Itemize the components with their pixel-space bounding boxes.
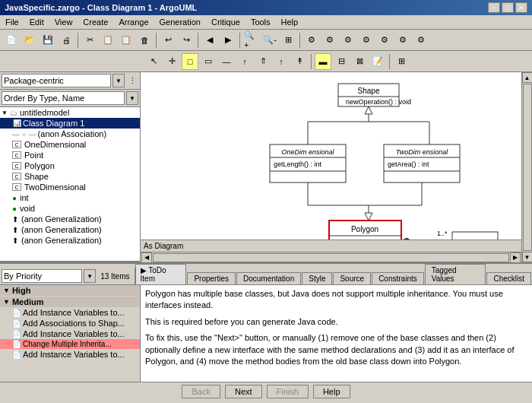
menu-help[interactable]: Help — [279, 17, 301, 27]
todo-item-5[interactable]: 📄Add Instance Variables to... — [0, 349, 140, 360]
h-scroll-thumb[interactable] — [153, 253, 509, 262]
tb-zoom-in[interactable]: 🔍+ — [243, 32, 260, 49]
tab-constraints[interactable]: Constraints — [372, 272, 424, 284]
tree-item-onedim[interactable]: C OneDimensional — [0, 139, 140, 150]
tb-settings1[interactable]: ⚙ — [303, 32, 320, 49]
tb-sep1 — [78, 33, 78, 48]
tb2-line[interactable]: — — [218, 53, 235, 70]
tb-settings7[interactable]: ⚙ — [413, 32, 429, 49]
tree-item-untitledmodel[interactable]: ▼ 🗂 untitledmodel — [0, 107, 140, 118]
tree-item-anon-assoc[interactable]: — ○ — (anon Association) — [0, 129, 140, 139]
menu-view[interactable]: View — [52, 17, 75, 27]
tab-properties[interactable]: Properties — [187, 272, 236, 284]
todo-item-3[interactable]: 📄Add Instance Variables to... — [0, 328, 140, 339]
menu-generation[interactable]: Generation — [157, 17, 203, 27]
tb-forward[interactable]: ▶ — [220, 32, 236, 49]
svg-text:Shape: Shape — [358, 87, 380, 95]
tb-settings3[interactable]: ⚙ — [340, 32, 356, 49]
pkg-nav-btn[interactable]: ⋮ — [126, 74, 138, 87]
close-button[interactable]: ✕ — [515, 2, 527, 13]
tb2-grid[interactable]: ⊞ — [393, 53, 410, 70]
tb2-move[interactable]: ✛ — [163, 53, 180, 70]
tree-item-anon-gen3[interactable]: ⬆ (anon Generalization) — [0, 235, 140, 246]
tb2-arrow-up[interactable]: ↑ — [236, 53, 253, 70]
svg-text:1..*: 1..* — [437, 230, 448, 237]
tab-checklist[interactable]: Checklist — [486, 272, 531, 284]
finish-button[interactable]: Finish — [267, 385, 309, 398]
tb-settings2[interactable]: ⚙ — [321, 32, 338, 49]
tree-item-twodim[interactable]: C TwoDimensional — [0, 182, 140, 192]
package-dropdown-arrow[interactable]: ▼ — [112, 74, 125, 87]
menu-create[interactable]: Create — [81, 17, 110, 27]
tree-item-classdiagram1[interactable]: 📊 Class Diagram 1 — [0, 118, 140, 129]
priority-dropdown-arrow[interactable]: ▼ — [84, 269, 96, 283]
scroll-right-btn[interactable]: ▶ — [510, 252, 521, 263]
menu-arrange[interactable]: Arrange — [116, 17, 150, 27]
tb-paste[interactable]: 📋 — [118, 32, 135, 49]
tb-copy[interactable]: 📋 — [100, 32, 116, 49]
tree-item-int[interactable]: ● int — [0, 192, 140, 203]
menu-edit[interactable]: Edit — [27, 17, 46, 27]
v-scrollbar[interactable]: ▲ ▼ — [521, 72, 532, 262]
tb-delete[interactable]: 🗑 — [136, 32, 153, 49]
menu-critique[interactable]: Critique — [209, 17, 242, 27]
tab-todo[interactable]: ▶ ToDo Item — [135, 264, 187, 284]
help-button[interactable]: Help — [313, 385, 350, 398]
back-button[interactable]: Back — [182, 385, 220, 398]
tb-zoom-out[interactable]: 🔍- — [261, 32, 278, 49]
tree-item-void[interactable]: ● void — [0, 203, 140, 214]
tb2-box1[interactable]: ▬ — [315, 53, 331, 70]
menu-tools[interactable]: Tools — [249, 17, 273, 27]
tb2-arrow3[interactable]: ↑ — [273, 53, 290, 70]
menu-file[interactable]: File — [3, 17, 21, 27]
h-scrollbar[interactable]: ◀ ▶ — [141, 252, 521, 262]
tb-undo[interactable]: ↩ — [160, 32, 176, 49]
tb-settings6[interactable]: ⚙ — [394, 32, 411, 49]
svg-text:TwoDim ensional: TwoDim ensional — [396, 148, 448, 156]
scroll-left-btn[interactable]: ◀ — [141, 252, 152, 263]
tree-item-anon-gen1[interactable]: ⬆ (anon Generalization) — [0, 214, 140, 224]
todo-item-2[interactable]: 📄Add Associations to Shap... — [0, 318, 140, 328]
diagram-canvas[interactable]: Shape newOperation() : void — [141, 72, 521, 240]
todo-list: ▼ High ▼ Medium 📄Add Instance Variables … — [0, 285, 141, 382]
tree-item-point[interactable]: C Point — [0, 150, 140, 160]
tree-item-shape[interactable]: C Shape — [0, 171, 140, 182]
tb-zoom-fit[interactable]: ⊞ — [280, 32, 296, 49]
tree-item-polygon[interactable]: C Polygon — [0, 160, 140, 171]
todo-item-1[interactable]: 📄Add Instance Variables to... — [0, 307, 140, 318]
tb-settings5[interactable]: ⚙ — [376, 32, 393, 49]
tb-print[interactable]: 🖨 — [58, 32, 74, 49]
tb2-note[interactable]: 📝 — [369, 53, 386, 70]
priority-dropdown[interactable]: By Priority — [2, 269, 82, 283]
scroll-up-btn[interactable]: ▲ — [522, 72, 533, 83]
tb-cut[interactable]: ✂ — [81, 32, 98, 49]
scroll-down-btn[interactable]: ▼ — [522, 252, 533, 262]
tb-redo[interactable]: ↪ — [178, 32, 195, 49]
minimize-button[interactable]: − — [488, 2, 500, 13]
tb2-class[interactable]: □ — [182, 53, 198, 70]
tree-item-anon-gen2[interactable]: ⬆ (anon Generalization) — [0, 224, 140, 235]
tb2-arrow2[interactable]: ⇑ — [255, 53, 271, 70]
tab-style[interactable]: Style — [302, 272, 332, 284]
tb-save[interactable]: 💾 — [40, 32, 56, 49]
tb-back[interactable]: ◀ — [201, 32, 218, 49]
window-title: JavaSpecific.zargo - Class Diagram 1 - A… — [5, 3, 197, 12]
tb2-arrow4[interactable]: ↟ — [291, 53, 308, 70]
v-scroll-thumb[interactable] — [523, 84, 532, 251]
tab-tagged[interactable]: Tagged Values — [425, 264, 486, 284]
tb2-box3[interactable]: ⊠ — [351, 53, 368, 70]
order-dropdown-arrow[interactable]: ▼ — [126, 91, 138, 105]
tb-new[interactable]: 📄 — [3, 32, 20, 49]
tab-source[interactable]: Source — [333, 272, 371, 284]
next-button[interactable]: Next — [225, 385, 262, 398]
tb-open[interactable]: 📂 — [21, 32, 38, 49]
tb2-box2[interactable]: ⊟ — [333, 53, 350, 70]
order-dropdown[interactable]: Order By Type, Name — [2, 91, 125, 105]
tb-settings4[interactable]: ⚙ — [358, 32, 375, 49]
tab-documentation[interactable]: Documentation — [236, 272, 301, 284]
todo-item-4[interactable]: 📄Change Multiple Inherita... — [0, 339, 140, 349]
tb2-select[interactable]: ↖ — [145, 53, 162, 70]
tb2-interface[interactable]: ▭ — [200, 53, 217, 70]
package-dropdown[interactable]: Package-centric — [2, 74, 111, 87]
maximize-button[interactable]: □ — [502, 2, 514, 13]
